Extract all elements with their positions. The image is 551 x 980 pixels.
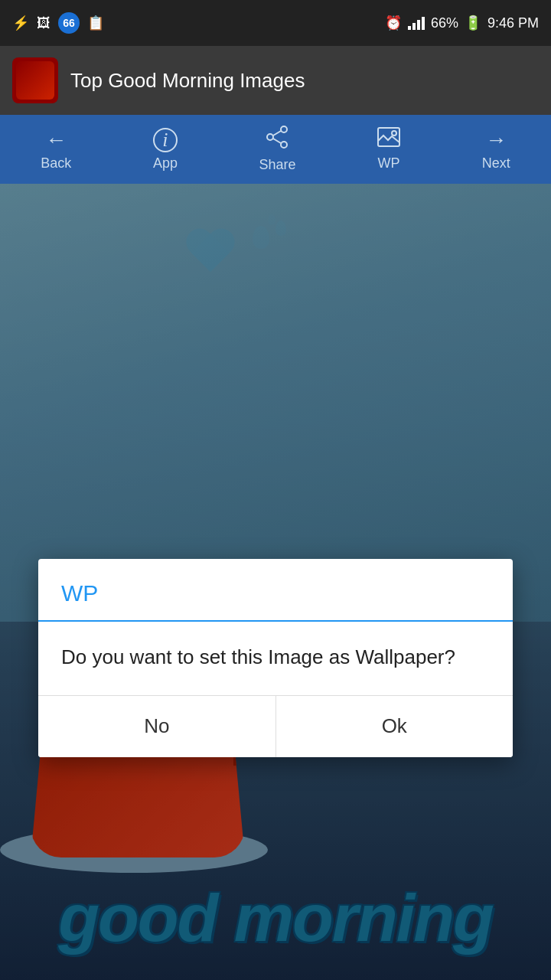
status-left-icons: ⚡ 🖼 66 📋 — [12, 12, 104, 34]
no-button[interactable]: No — [38, 696, 276, 757]
share-icon — [266, 126, 289, 154]
svg-point-6 — [392, 131, 396, 136]
signal-icon — [408, 16, 425, 30]
gallery-icon: 🖼 — [37, 15, 51, 31]
clock: 9:46 PM — [487, 15, 539, 31]
nav-share[interactable]: Share — [243, 119, 311, 179]
nav-app-label: App — [153, 155, 178, 172]
clipboard-icon: 📋 — [87, 15, 104, 31]
nav-back-label: Back — [41, 155, 71, 172]
svg-line-3 — [273, 131, 281, 136]
nav-next[interactable]: → Next — [467, 122, 526, 178]
alarm-icon: ⏰ — [385, 15, 402, 31]
nav-wp[interactable]: WP — [362, 121, 416, 178]
dialog-title-area: WP — [38, 559, 513, 622]
svg-point-0 — [281, 126, 287, 132]
battery-level: 66% — [431, 15, 458, 31]
app-title: Top Good Morning Images — [70, 69, 305, 93]
nav-share-label: Share — [259, 157, 295, 173]
app-header: Top Good Morning Images — [0, 46, 551, 115]
app-icon — [12, 57, 58, 103]
status-right-icons: ⏰ 66% 🔋 9:46 PM — [385, 15, 539, 31]
wallpaper-icon — [377, 127, 400, 152]
nav-bar: ← Back i App Share WP → Next — [0, 115, 551, 184]
battery-icon: 🔋 — [465, 15, 481, 31]
info-icon: i — [153, 128, 178, 152]
ok-button[interactable]: Ok — [276, 696, 514, 757]
svg-line-4 — [273, 139, 281, 143]
next-icon: → — [485, 128, 507, 152]
nav-app[interactable]: i App — [138, 122, 193, 178]
dialog-body: Do you want to set this Image as Wallpap… — [38, 622, 513, 696]
dialog-message: Do you want to set this Image as Wallpap… — [61, 645, 455, 668]
nav-next-label: Next — [482, 155, 510, 172]
notification-badge: 66 — [58, 12, 80, 34]
back-icon: ← — [45, 128, 67, 152]
svg-point-1 — [267, 134, 273, 140]
status-bar: ⚡ 🖼 66 📋 ⏰ 66% 🔋 9:46 PM — [0, 0, 551, 46]
dialog-buttons: No Ok — [38, 696, 513, 757]
usb-icon: ⚡ — [12, 15, 29, 31]
image-area: good morning WP Do you want to set this … — [0, 184, 551, 980]
nav-wp-label: WP — [378, 155, 400, 172]
nav-back[interactable]: ← Back — [25, 122, 86, 178]
dialog-title: WP — [61, 580, 98, 606]
svg-point-2 — [281, 142, 287, 148]
wallpaper-dialog: WP Do you want to set this Image as Wall… — [38, 559, 513, 757]
